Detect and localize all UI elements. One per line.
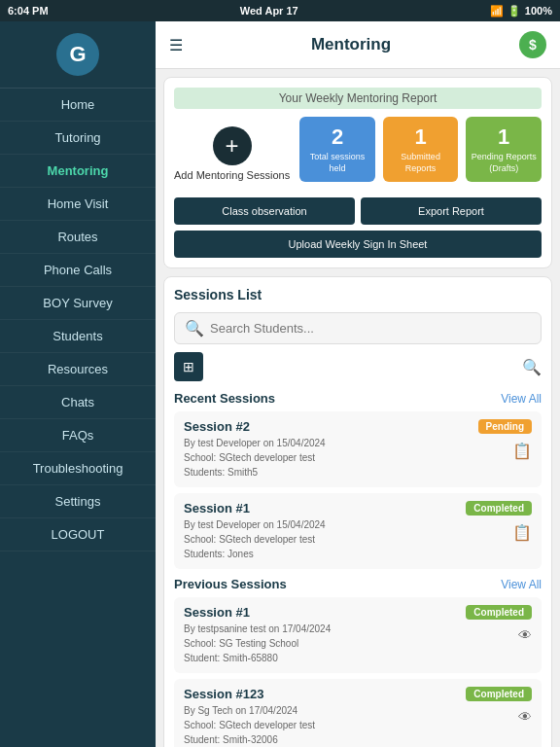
- status-bar: 6:04 PM Wed Apr 17 📶 🔋 100%: [0, 0, 560, 21]
- search-bar: 🔍: [174, 312, 542, 344]
- filter-row: ⊞ 🔍: [174, 352, 542, 381]
- main-content: ☰ Mentoring $ Your Weekly Mentoring Repo…: [156, 21, 560, 747]
- recent-sessions-header: Recent Sessions View All: [174, 391, 542, 406]
- session-right-1: Pending 📋: [478, 419, 532, 460]
- sidebar-item-troubleshooting[interactable]: Troubleshooting: [0, 452, 156, 485]
- stat-label-pending: Pending Reports (Drafts): [470, 152, 538, 174]
- class-observation-button[interactable]: Class observation: [174, 197, 355, 225]
- session-detail-2: By test Developer on 15/04/2024 School: …: [184, 517, 466, 561]
- sidebar-item-students[interactable]: Students: [0, 320, 156, 353]
- battery-level: 100%: [525, 5, 552, 17]
- sidebar-item-resources[interactable]: Resources: [0, 353, 156, 386]
- page-title: Mentoring: [311, 35, 391, 54]
- sidebar-item-settings[interactable]: Settings: [0, 485, 156, 518]
- recent-session-item-2: Session #1 By test Developer on 15/04/20…: [174, 493, 542, 569]
- stat-label-submitted: Submitted Reports: [387, 152, 455, 174]
- status-time: 6:04 PM: [8, 5, 49, 17]
- status-badge-completed-2: Completed: [466, 501, 532, 516]
- add-session-row: + Add Mentoring Sessions 2 Total session…: [174, 117, 542, 190]
- sessions-list-title: Sessions List: [174, 287, 542, 302]
- doc-icon-2: 📋: [512, 523, 532, 542]
- upload-sign-in-button[interactable]: Upload Weekly Sign In Sheet: [174, 231, 542, 258]
- eye-icon-2[interactable]: 👁: [518, 709, 532, 725]
- logo-circle: G: [56, 33, 99, 76]
- export-report-button[interactable]: Export Report: [361, 197, 542, 225]
- view-all-recent-button[interactable]: View All: [501, 392, 542, 406]
- recent-session-item-1: Session #2 By test Developer on 15/04/20…: [174, 411, 542, 487]
- status-date: Wed Apr 17: [240, 5, 298, 17]
- sidebar-item-mentoring[interactable]: Mentoring: [0, 155, 156, 188]
- prev-session-right-1: Completed 👁: [466, 605, 532, 643]
- stat-total-sessions: 2 Total sessions held: [299, 117, 375, 182]
- report-title: Your Weekly Mentoring Report: [174, 88, 542, 109]
- status-right: 📶 🔋 100%: [490, 5, 552, 18]
- add-circle-icon: +: [213, 126, 252, 165]
- prev-session-item-1: Session #1 By testpsanine test on 17/04/…: [174, 597, 542, 673]
- eye-icon-1[interactable]: 👁: [518, 627, 532, 643]
- prev-session-info-2: Session #123 By Sg Tech on 17/04/2024 Sc…: [184, 687, 466, 747]
- sidebar-item-tutoring[interactable]: Tutoring: [0, 122, 156, 155]
- recent-sessions-label: Recent Sessions: [174, 391, 275, 406]
- prev-status-badge-2: Completed: [466, 687, 532, 701]
- sidebar-logo: G: [0, 21, 156, 89]
- sidebar: G Home Tutoring Mentoring Home Visit Rou…: [0, 21, 156, 747]
- sidebar-item-boy-survey[interactable]: BOY Survey: [0, 287, 156, 320]
- report-section: Your Weekly Mentoring Report + Add Mento…: [163, 77, 552, 268]
- sidebar-item-faqs[interactable]: FAQs: [0, 419, 156, 452]
- previous-sessions-label: Previous Sessions: [174, 577, 287, 591]
- action-buttons-row: Class observation Export Report: [174, 197, 542, 225]
- hamburger-icon[interactable]: ☰: [169, 36, 183, 54]
- top-bar: ☰ Mentoring $: [156, 21, 560, 69]
- prev-status-badge-1: Completed: [466, 605, 532, 620]
- stat-pending-drafts: 1 Pending Reports (Drafts): [466, 117, 542, 182]
- stat-label-total: Total sessions held: [303, 152, 371, 174]
- doc-icon-1: 📋: [512, 442, 532, 460]
- sidebar-item-home-visit[interactable]: Home Visit: [0, 188, 156, 221]
- prev-session-item-2: Session #123 By Sg Tech on 17/04/2024 Sc…: [174, 679, 542, 747]
- sessions-section: Sessions List 🔍 ⊞ 🔍 Recent Sessions View…: [163, 276, 552, 747]
- prev-session-right-2: Completed 👁: [466, 687, 532, 725]
- prev-session-info-1: Session #1 By testpsanine test on 17/04/…: [184, 605, 466, 665]
- stat-number-pending: 1: [470, 124, 538, 150]
- prev-session-detail-2: By Sg Tech on 17/04/2024 School: SGtech …: [184, 703, 466, 747]
- prev-session-title-2: Session #123: [184, 687, 466, 701]
- grid-view-icon[interactable]: ⊞: [174, 352, 203, 381]
- sidebar-item-home[interactable]: Home: [0, 89, 156, 122]
- session-info-2: Session #1 By test Developer on 15/04/20…: [184, 501, 466, 561]
- sidebar-item-phone-calls[interactable]: Phone Calls: [0, 254, 156, 287]
- sidebar-item-routes[interactable]: Routes: [0, 221, 156, 254]
- wifi-icon: 📶: [490, 5, 504, 18]
- view-all-previous-button[interactable]: View All: [501, 578, 542, 591]
- search-icon: 🔍: [185, 319, 204, 338]
- app-container: G Home Tutoring Mentoring Home Visit Rou…: [0, 21, 560, 747]
- session-title-2: Session #1: [184, 501, 466, 516]
- session-info-1: Session #2 By test Developer on 15/04/20…: [184, 419, 478, 480]
- green-coin-icon: $: [519, 31, 546, 58]
- stat-submitted-reports: 1 Submitted Reports: [383, 117, 459, 182]
- session-detail-1: By test Developer on 15/04/2024 School: …: [184, 436, 478, 480]
- stat-number-submitted: 1: [387, 124, 455, 150]
- session-right-2: Completed 📋: [466, 501, 532, 542]
- search-input[interactable]: [210, 321, 531, 336]
- search-filter-icon[interactable]: 🔍: [522, 358, 542, 376]
- previous-sessions-header: Previous Sessions View All: [174, 577, 542, 591]
- prev-session-detail-1: By testpsanine test on 17/04/2024 School…: [184, 622, 466, 665]
- sidebar-item-logout[interactable]: LOGOUT: [0, 518, 156, 551]
- add-mentoring-sessions-button[interactable]: + Add Mentoring Sessions: [174, 126, 290, 181]
- add-session-label: Add Mentoring Sessions: [174, 169, 290, 181]
- session-title-1: Session #2: [184, 419, 478, 434]
- status-badge-pending-1: Pending: [478, 419, 532, 434]
- report-stats: 2 Total sessions held 1 Submitted Report…: [299, 117, 542, 182]
- battery-icon: 🔋: [508, 5, 521, 18]
- sidebar-item-chats[interactable]: Chats: [0, 386, 156, 419]
- prev-session-title-1: Session #1: [184, 605, 466, 620]
- stat-number-total: 2: [303, 124, 371, 150]
